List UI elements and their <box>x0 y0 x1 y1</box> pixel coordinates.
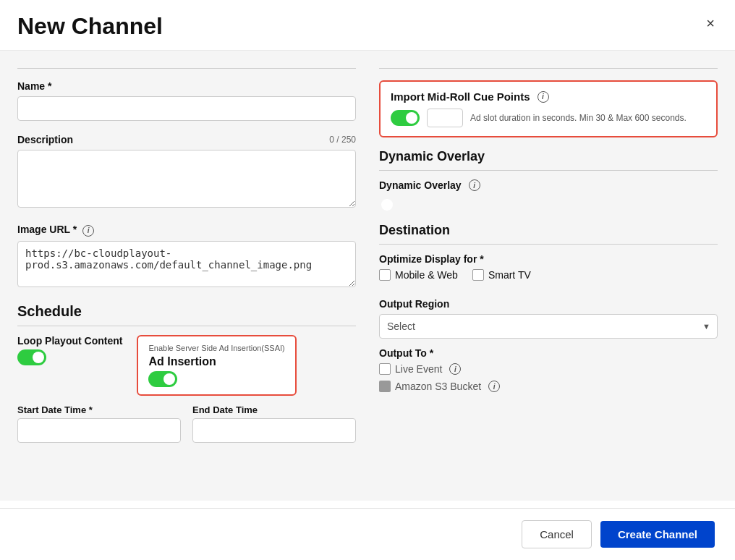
description-input[interactable] <box>17 150 356 208</box>
ssai-box: Enable Server Side Ad Insertion(SSAI) Ad… <box>137 335 296 396</box>
smart-tv-group: Smart TV <box>472 269 531 281</box>
live-event-label: Live Event <box>395 363 442 375</box>
top-divider <box>17 68 356 69</box>
mobile-web-group: Mobile & Web <box>379 269 458 281</box>
description-label-row: Description 0 / 250 <box>17 134 356 145</box>
output-to-section: Output To * Live Event i Amazon S3 Bucke… <box>379 347 718 392</box>
loop-playout-label: Loop Playout Content <box>17 335 122 347</box>
image-url-group: Image URL * i https://bc-cloudplayout-pr… <box>17 224 356 290</box>
end-date-group: End Date Time <box>192 404 356 443</box>
image-url-label: Image URL * i <box>17 224 356 237</box>
name-group: Name * <box>17 80 356 121</box>
description-group: Description 0 / 250 <box>17 134 356 211</box>
live-event-item: Live Event i <box>379 363 718 375</box>
output-region-select[interactable]: Select <box>379 314 718 339</box>
amazon-s3-checkbox[interactable] <box>379 381 391 392</box>
mobile-web-checkbox[interactable] <box>379 269 391 281</box>
smart-tv-label: Smart TV <box>488 269 531 281</box>
modal-header: New Channel × <box>0 0 735 51</box>
create-channel-button[interactable]: Create Channel <box>600 521 715 548</box>
amazon-s3-label: Amazon S3 Bucket <box>395 381 481 392</box>
output-region-select-wrapper: Select <box>379 314 718 339</box>
mid-roll-header: Import Mid-Roll Cue Points i <box>391 90 706 103</box>
ssai-slider <box>148 371 177 387</box>
start-date-input[interactable] <box>17 418 181 443</box>
live-event-checkbox[interactable] <box>379 363 391 375</box>
name-label: Name * <box>17 80 356 92</box>
destination-section-title: Destination <box>379 223 718 238</box>
output-region-label: Output Region <box>379 298 718 310</box>
mid-roll-toggle[interactable] <box>391 110 420 126</box>
right-column: Import Mid-Roll Cue Points i 30 Ad slot … <box>379 68 718 501</box>
cancel-button[interactable]: Cancel <box>522 520 592 548</box>
mid-roll-duration-input[interactable]: 30 <box>427 109 463 127</box>
image-url-input[interactable]: https://bc-cloudplayout-prod.s3.amazonaw… <box>17 241 356 287</box>
schedule-title: Schedule <box>17 303 356 320</box>
destination-divider <box>379 244 718 245</box>
image-url-info-icon[interactable]: i <box>82 225 94 237</box>
dynamic-overlay-info-icon[interactable]: i <box>469 179 480 191</box>
amazon-s3-info-icon[interactable]: i <box>488 381 500 392</box>
dynamic-overlay-divider <box>379 170 718 171</box>
ssai-toggle[interactable] <box>148 371 177 387</box>
datetime-row: Start Date Time * End Date Time <box>17 404 356 443</box>
char-count: 0 / 250 <box>329 135 356 145</box>
output-region-group: Output Region Select <box>379 298 718 339</box>
smart-tv-checkbox[interactable] <box>472 269 484 281</box>
optimize-label: Optimize Display for * <box>379 253 718 265</box>
output-to-label: Output To * <box>379 347 718 359</box>
name-input[interactable] <box>17 96 356 121</box>
modal-body: Name * Description 0 / 250 Image URL * i… <box>0 51 735 501</box>
right-top-divider <box>379 68 718 69</box>
loop-playout-slider <box>17 349 46 365</box>
description-label: Description <box>17 134 73 145</box>
loop-playout-item: Loop Playout Content <box>17 335 122 365</box>
ssai-big-label: Ad Insertion <box>148 355 284 368</box>
mid-roll-info-icon[interactable]: i <box>538 91 549 103</box>
dynamic-overlay-group: Dynamic Overlay i <box>379 179 718 210</box>
close-button[interactable]: × <box>703 13 718 33</box>
schedule-divider <box>17 326 356 326</box>
start-date-group: Start Date Time * <box>17 404 181 443</box>
mid-roll-title: Import Mid-Roll Cue Points <box>391 90 530 103</box>
loop-playout-toggle[interactable] <box>17 349 46 365</box>
mid-roll-desc: Ad slot duration in seconds. Min 30 & Ma… <box>470 113 687 123</box>
modal-footer: Cancel Create Channel <box>0 508 735 560</box>
dynamic-overlay-label: Dynamic Overlay <box>379 179 462 191</box>
loop-ad-row: Loop Playout Content Enable Server Side … <box>17 335 356 396</box>
end-date-input[interactable] <box>192 418 356 443</box>
page-title: New Channel <box>17 13 163 40</box>
live-event-info-icon[interactable]: i <box>449 363 461 375</box>
start-date-label: Start Date Time * <box>17 404 181 415</box>
mobile-web-label: Mobile & Web <box>395 269 458 281</box>
left-column: Name * Description 0 / 250 Image URL * i… <box>17 68 356 501</box>
amazon-s3-item: Amazon S3 Bucket i <box>379 381 718 392</box>
dynamic-overlay-section-title: Dynamic Overlay <box>379 149 718 164</box>
optimize-display-group: Optimize Display for * Mobile & Web Smar… <box>379 253 718 285</box>
ssai-small-label: Enable Server Side Ad Insertion(SSAI) <box>148 344 284 352</box>
end-date-label: End Date Time <box>192 404 356 415</box>
mid-roll-body: 30 Ad slot duration in seconds. Min 30 &… <box>391 109 706 127</box>
mid-roll-box: Import Mid-Roll Cue Points i 30 Ad slot … <box>379 80 718 137</box>
mid-roll-slider <box>391 110 420 126</box>
